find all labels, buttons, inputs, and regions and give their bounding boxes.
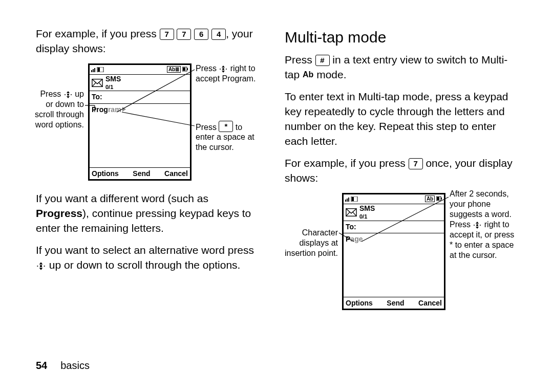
caret-right-icon [122,107,126,112]
battery-icon [182,67,188,72]
to-field: To: [90,91,190,103]
phone-screen: Ab≣ SMS 0/1 To: Program [88,63,192,181]
softkey-row: Options Send Cancel [90,168,190,179]
softkey-cancel: Cancel [418,298,442,308]
section-name: basics [60,360,90,371]
svg-rect-6 [93,69,94,72]
phone-diagram-1: Press up or down to scroll through word … [36,63,261,182]
svg-marker-4 [67,96,70,98]
page-footer: 54basics [36,360,90,372]
softkey-send: Send [387,298,404,308]
different-word-para: If you want a different word (such as Pr… [36,191,261,236]
predicted-suffix: age [350,235,363,243]
sms-label: SMS [105,75,121,83]
softkey-row: Options Send Cancel [344,297,444,309]
svg-point-0 [67,94,69,96]
key-7-icon: 7 [177,29,191,40]
nav-dot-icon [473,222,482,229]
svg-point-38 [476,224,478,226]
svg-point-39 [474,225,475,226]
message-body: Page [344,233,444,297]
sms-count: 0/1 [359,213,367,220]
sms-header-row: SMS 0/1 [90,75,190,91]
svg-rect-7 [94,68,95,72]
svg-marker-27 [39,262,43,264]
svg-marker-3 [67,91,70,93]
svg-point-25 [37,266,38,267]
sms-label: SMS [359,204,375,212]
svg-rect-35 [437,197,439,200]
signal-icon [91,67,104,72]
to-field: To: [344,221,444,233]
svg-rect-29 [345,200,346,202]
sms-count: 0/1 [105,84,113,90]
svg-marker-19 [222,71,225,73]
text: For example, if you press [36,28,160,39]
svg-rect-9 [98,68,100,72]
softkey-cancel: Cancel [164,169,188,179]
message-body: Program [90,104,190,168]
svg-marker-41 [476,222,479,224]
softkey-send: Send [133,169,150,179]
text-mode-indicator: Ab≣ [167,66,188,73]
svg-rect-31 [348,198,349,202]
nav-dot-icon [36,262,46,270]
key-6-icon: 6 [194,29,208,40]
svg-rect-5 [91,70,92,72]
svg-point-17 [226,69,227,70]
svg-rect-36 [441,198,442,200]
svg-marker-42 [476,227,479,229]
nav-dot-icon [219,66,228,73]
callout-updown: Press up or down to scroll through word … [34,89,84,130]
alternative-word-para: If you want to select an alternative wor… [36,243,261,273]
callout-insertion-point: Character displays at insertion point. [283,228,338,258]
phone-screen: Ab SMS 0/1 To: Page [342,193,445,310]
multi-tap-explain: To enter text in Multi-tap mode, press a… [285,90,520,149]
typed-prefix: P [346,235,350,243]
envelope-icon [91,77,103,89]
svg-rect-33 [352,197,354,201]
page-number: 54 [36,360,47,371]
svg-point-26 [44,266,45,267]
key-4-icon: 4 [211,29,226,40]
svg-point-1 [65,94,66,95]
callout-right-accept: Press right to accept Program. [196,63,257,84]
section-heading: Multi-tap mode [285,27,520,48]
svg-rect-12 [187,68,188,70]
callout-star-space: Press * to enter a space at the cursor. [196,121,262,153]
svg-point-40 [480,225,481,226]
battery-icon [436,196,442,201]
text-mode-indicator: Ab [425,195,442,203]
predicted-suffix: ram [108,105,121,114]
left-example-prompt: For example, if you press 7 7 6 4, your … [36,27,261,56]
key-star-icon: * [219,121,233,132]
example-word: Progress [36,207,82,219]
svg-point-15 [222,68,224,70]
key-hash-icon: # [315,55,330,66]
ab-mode-label: Ab [303,70,313,79]
phone-diagram-2: Character displays at insertion point. A… [285,193,520,321]
signal-icon [345,197,358,202]
svg-marker-18 [222,66,225,68]
key-7-icon: 7 [160,29,174,40]
envelope-icon [345,206,357,219]
switch-mode-para: Press # in a text entry view to switch t… [285,53,520,82]
status-bar: Ab≣ [90,65,190,75]
status-bar: Ab [344,194,444,204]
nav-dot-icon [63,91,73,98]
svg-rect-30 [347,199,348,202]
softkey-options: Options [92,169,119,179]
svg-point-2 [71,94,72,95]
sms-header-row: SMS 0/1 [344,204,444,221]
callout-after2sec: After 2 seconds, your phone suggests a w… [450,189,516,260]
svg-rect-11 [183,68,185,71]
svg-marker-28 [39,268,43,270]
svg-point-16 [220,69,221,70]
key-7-icon: 7 [409,158,423,169]
softkey-options: Options [346,298,373,308]
svg-marker-14 [122,107,126,112]
right-example-prompt: For example, if you press 7 once, your d… [285,156,520,186]
svg-point-24 [40,265,42,267]
typed-prefix: Prog [92,105,108,114]
